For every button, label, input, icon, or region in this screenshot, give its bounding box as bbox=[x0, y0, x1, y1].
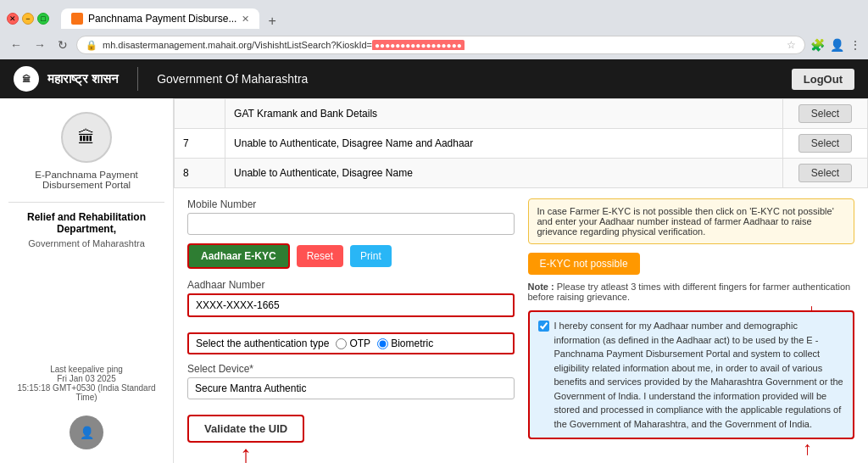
consent-arrow-bottom: ↑ bbox=[803, 438, 812, 460]
logout-button[interactable]: LogOut bbox=[792, 69, 854, 90]
note-content: Please try atleast 3 times with differen… bbox=[528, 282, 851, 302]
sidebar-divider bbox=[8, 202, 164, 203]
aadhaar-number-group: Aadhaar Number bbox=[187, 279, 515, 324]
table-section: GAT Kramank and Bank Details Select 7 Un… bbox=[174, 98, 868, 188]
extensions-icon[interactable]: 🧩 bbox=[810, 38, 825, 52]
select-device-wrap: Secure Mantra Authentic Mantra MFS100 Mo… bbox=[187, 377, 515, 399]
biometric-radio[interactable] bbox=[377, 338, 388, 349]
ekyc-not-possible-button[interactable]: E-KYC not possible bbox=[528, 253, 640, 275]
tab-close-btn[interactable]: ✕ bbox=[242, 14, 249, 25]
otp-radio-label[interactable]: OTP bbox=[336, 337, 370, 349]
minimize-window-btn[interactable]: − bbox=[22, 13, 34, 25]
select-button-2[interactable]: Select bbox=[798, 164, 852, 182]
sidebar-dept: Relief and Rehabilitation Department, bbox=[8, 211, 164, 235]
close-window-btn[interactable]: ✕ bbox=[7, 13, 19, 25]
form-section: Mobile Number Aadhaar E-KYC Reset Print … bbox=[174, 188, 868, 463]
table-row: GAT Kramank and Bank Details Select bbox=[175, 99, 868, 129]
profile-icon[interactable]: 👤 bbox=[830, 38, 844, 52]
info-text: In case Farmer E-KYC is not possible the… bbox=[537, 206, 834, 237]
address-star-icon: ☆ bbox=[787, 39, 796, 51]
browser-actions: 🧩 👤 ⋮ bbox=[810, 38, 861, 52]
address-bar[interactable]: 🔒 mh.disastermanagement.mahait.org/Vishi… bbox=[76, 36, 805, 54]
row-desc: Unable to Authenticate, Disagree Name an… bbox=[225, 129, 783, 159]
mobile-number-input[interactable] bbox=[187, 213, 515, 235]
consent-box: I hereby consent for my Aadhaar number a… bbox=[528, 310, 855, 439]
select-device-label: Select Device* bbox=[187, 363, 515, 375]
select-button-0[interactable]: Select bbox=[798, 104, 852, 123]
active-tab[interactable]: Panchnama Payment Disburse... ✕ bbox=[61, 8, 259, 29]
menu-icon[interactable]: ⋮ bbox=[849, 38, 861, 52]
table-row: 8 Unable to Authenticate, Disagree Name … bbox=[175, 159, 868, 188]
form-left: Mobile Number Aadhaar E-KYC Reset Print … bbox=[187, 198, 515, 463]
address-bar-row: ← → ↻ 🔒 mh.disastermanagement.mahait.org… bbox=[0, 32, 868, 59]
table-row: 7 Unable to Authenticate, Disagree Name … bbox=[175, 129, 868, 159]
sidebar-portal-name: E-Panchnama Payment Disbursement Portal bbox=[8, 170, 164, 190]
marathi-title: महाराष्ट्र शासन bbox=[47, 71, 119, 86]
select-device-group: Select Device* Secure Mantra Authentic M… bbox=[187, 363, 515, 399]
select-button-1[interactable]: Select bbox=[798, 134, 852, 153]
tab-favicon bbox=[71, 13, 83, 25]
note-label: Note : bbox=[528, 282, 554, 292]
btn-row: Aadhaar E-KYC Reset Print bbox=[187, 243, 515, 269]
row-action: Select bbox=[783, 129, 868, 159]
consent-text: I hereby consent for my Aadhaar number a… bbox=[554, 319, 845, 431]
sidebar-avatar: 👤 bbox=[70, 416, 103, 449]
aadhaar-number-input[interactable] bbox=[187, 293, 515, 317]
main-layout: 🏛 E-Panchnama Payment Disbursement Porta… bbox=[0, 98, 868, 463]
biometric-radio-label[interactable]: Biometric bbox=[377, 337, 433, 349]
reload-btn[interactable]: ↻ bbox=[54, 36, 71, 53]
sidebar-govt: Government of Maharashtra bbox=[28, 238, 145, 248]
window-controls: ✕ − □ bbox=[7, 13, 49, 25]
logo-emblem: 🏛 bbox=[14, 66, 39, 92]
tab-title: Panchnama Payment Disburse... bbox=[88, 13, 236, 25]
tab-bar: Panchnama Payment Disburse... ✕ + bbox=[61, 8, 281, 29]
otp-radio[interactable] bbox=[336, 338, 347, 349]
form-right: In case Farmer E-KYC is not possible the… bbox=[528, 198, 855, 463]
validate-uid-button[interactable]: Validate the UID bbox=[187, 415, 304, 443]
sidebar: 🏛 E-Panchnama Payment Disbursement Porta… bbox=[0, 98, 174, 463]
row-desc: Unable to Authenticate, Disagree Name bbox=[225, 159, 783, 188]
auth-type-label: Select the authentication type bbox=[196, 337, 329, 349]
english-title: Government Of Maharashtra bbox=[157, 72, 308, 86]
note-text: Note : Please try atleast 3 times with d… bbox=[528, 282, 855, 302]
row-action: Select bbox=[783, 159, 868, 188]
reset-button[interactable]: Reset bbox=[297, 245, 343, 267]
aadhaar-number-label: Aadhaar Number bbox=[187, 279, 515, 291]
data-table: GAT Kramank and Bank Details Select 7 Un… bbox=[174, 98, 868, 188]
row-num bbox=[175, 99, 225, 129]
back-btn[interactable]: ← bbox=[7, 36, 25, 53]
maximize-window-btn[interactable]: □ bbox=[37, 13, 49, 25]
sidebar-emblem: 🏛 bbox=[61, 112, 112, 163]
aadhaar-ekyc-button[interactable]: Aadhaar E-KYC bbox=[187, 243, 290, 269]
row-num: 7 bbox=[175, 129, 225, 159]
print-button[interactable]: Print bbox=[350, 245, 392, 267]
logo-area: 🏛 महाराष्ट्र शासन Government Of Maharash… bbox=[14, 66, 308, 92]
forward-btn[interactable]: → bbox=[31, 36, 49, 53]
address-text: mh.disastermanagement.mahait.org/Vishish… bbox=[103, 40, 782, 50]
row-action: Select bbox=[783, 99, 868, 129]
new-tab-btn[interactable]: + bbox=[263, 14, 281, 29]
auth-type-row: Select the authentication type OTP Biome… bbox=[187, 332, 515, 354]
app-header: 🏛 महाराष्ट्र शासन Government Of Maharash… bbox=[0, 59, 868, 98]
select-device-dropdown[interactable]: Secure Mantra Authentic Mantra MFS100 Mo… bbox=[187, 377, 515, 399]
address-highlight: ●●●●●●●●●●●●●●●●● bbox=[372, 40, 465, 50]
mobile-number-label: Mobile Number bbox=[187, 198, 515, 210]
content-area[interactable]: GAT Kramank and Bank Details Select 7 Un… bbox=[174, 98, 868, 463]
row-num: 8 bbox=[175, 159, 225, 188]
consent-checkbox[interactable] bbox=[538, 321, 549, 332]
browser-chrome: ✕ − □ Panchnama Payment Disburse... ✕ + bbox=[0, 0, 868, 32]
header-divider bbox=[137, 67, 138, 91]
sidebar-keepalive: Last keepalive ping Fri Jan 03 2025 15:1… bbox=[8, 365, 164, 402]
info-box: In case Farmer E-KYC is not possible the… bbox=[528, 198, 855, 244]
row-desc: GAT Kramank and Bank Details bbox=[225, 99, 783, 129]
mobile-number-group: Mobile Number bbox=[187, 198, 515, 235]
validate-arrow-indicator: ↑ bbox=[187, 443, 304, 463]
